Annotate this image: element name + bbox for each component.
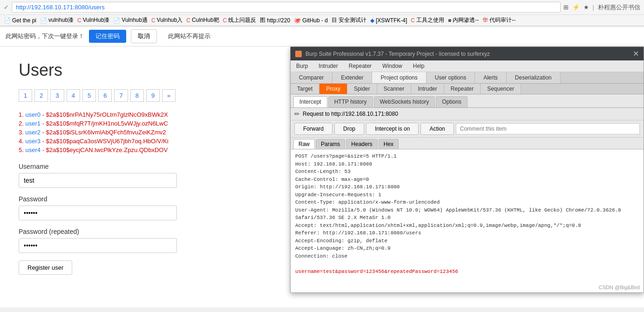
username-input[interactable] — [19, 173, 177, 188]
user-num: 5. — [19, 146, 25, 153]
browser-toolbar: ⊞ ⚡ ★ | 朴程惠公开书信 — [563, 3, 640, 12]
comment-input[interactable] — [456, 123, 640, 134]
tab-alerts[interactable]: Alerts — [475, 72, 507, 83]
bookmark-item[interactable]: 📄 Vulnhub通 — [113, 16, 148, 24]
tab-hex[interactable]: Hex — [379, 139, 399, 149]
page-btn-9[interactable]: 9 — [146, 89, 160, 102]
user-link[interactable]: user3 — [25, 138, 41, 145]
tab-websockets-history[interactable]: WebSockets history — [374, 96, 435, 107]
menu-window[interactable]: Window — [380, 62, 404, 70]
tab-deserialization[interactable]: Deserialization — [507, 72, 561, 83]
separator: | — [593, 4, 594, 11]
burp-close-button[interactable]: ✕ — [633, 49, 639, 58]
bookmark-icon: C — [186, 17, 190, 24]
tab-sequencer[interactable]: Sequencer — [481, 84, 521, 94]
tab-raw[interactable]: Raw — [293, 139, 315, 149]
tab-proxy[interactable]: Proxy — [319, 84, 347, 94]
page-btn-1[interactable]: 1 — [19, 89, 32, 102]
bookmark-item[interactable]: ◆ [XSWTFK-4] — [370, 17, 407, 24]
tab-intercept[interactable]: Intercept — [293, 96, 327, 107]
main-area: Users 1 2 3 4 5 6 7 8 9 » 1. user0 - $2a… — [0, 46, 644, 307]
tab-extender[interactable]: Extender — [332, 72, 372, 83]
burp-sub-tabs: Target Proxy Spider Scanner Intruder Rep… — [291, 84, 644, 94]
bookmark-item[interactable]: C Vulnhub入 — [151, 16, 183, 24]
bookmark-item[interactable]: C CulnHub靶 — [186, 16, 219, 24]
bookmark-item[interactable]: 目 安全测试计 — [332, 16, 366, 24]
tab-spider[interactable]: Spider — [347, 84, 377, 94]
tab-repeater[interactable]: Repeater — [444, 84, 481, 94]
burp-title-text: Burp Suite Professional v1.7.37 - Tempor… — [305, 51, 490, 57]
intercept-toggle-button[interactable]: Intercept is on — [366, 123, 419, 135]
user-link[interactable]: user0 — [25, 111, 41, 118]
bookmark-icon: 📄 — [113, 17, 120, 24]
menu-burp[interactable]: Burp — [294, 62, 310, 70]
page-btn-next[interactable]: » — [162, 89, 176, 102]
request-body[interactable]: POST /users?page=&size=5 HTTP/1.1 Host: … — [291, 149, 644, 292]
tab-comparer[interactable]: Comparer — [291, 72, 332, 83]
bookmark-item[interactable]: 📄 vulnhub漆 — [40, 16, 74, 24]
user-link[interactable]: user4 — [25, 146, 41, 153]
page-btn-8[interactable]: 8 — [130, 89, 144, 102]
drop-button[interactable]: Drop — [334, 123, 364, 135]
tab-http-history[interactable]: HTTP history — [328, 96, 373, 107]
tab-headers[interactable]: Headers — [346, 139, 377, 149]
bookmark-icon: ◆ — [370, 17, 374, 24]
bookmark-item[interactable]: ■ 内网渗透-- — [448, 16, 479, 24]
forward-button[interactable]: Forward — [294, 123, 332, 135]
password-save-bar: 此网站密码，下次一键登录！ 记住密码 取消 此网站不再提示 — [0, 27, 644, 46]
never-save-password-button[interactable]: 此网站不再提示 — [162, 30, 217, 43]
password-input[interactable] — [19, 206, 177, 220]
menu-repeater[interactable]: Repeater — [347, 62, 373, 70]
menu-intruder[interactable]: Intruder — [317, 62, 339, 70]
page-btn-3[interactable]: 3 — [50, 89, 64, 102]
user-hash: $2a$10$iSLsrK6lvmlAbQFch5fnvuZeiKZmv2 — [46, 129, 166, 136]
password-repeat-input[interactable] — [19, 238, 177, 253]
page-btn-7[interactable]: 7 — [114, 89, 128, 102]
star-icon[interactable]: ★ — [583, 4, 589, 11]
user-hash: $2a$10$paqCa3osWSVjU67jbh7oq.HbO/V/Ki — [46, 138, 169, 145]
page-btn-2[interactable]: 2 — [34, 89, 48, 102]
cancel-password-button[interactable]: 取消 — [131, 29, 157, 43]
page-btn-6[interactable]: 6 — [98, 89, 112, 102]
bookmark-item[interactable]: 🐙 GitHub - d — [294, 17, 328, 24]
tab-target[interactable]: Target — [291, 84, 319, 94]
user-label: 朴程惠公开书信 — [598, 3, 640, 12]
bookmark-icon: C — [223, 17, 227, 24]
user-separator: - — [42, 138, 46, 145]
tab-intruder[interactable]: Intruder — [411, 84, 444, 94]
bookmark-icon: C — [151, 17, 156, 24]
save-password-button[interactable]: 记住密码 — [89, 30, 126, 43]
tab-params[interactable]: Params — [316, 139, 345, 149]
action-button[interactable]: Action — [420, 123, 454, 135]
request-body-highlight: username=test&password=123456&repeatedPa… — [295, 269, 458, 274]
menu-help[interactable]: Help — [411, 62, 427, 70]
pwd-save-message: 此网站密码，下次一键登录！ — [6, 32, 84, 40]
grid-icon[interactable]: ⊞ — [563, 4, 569, 11]
bookmark-item[interactable]: 图 http://220 — [260, 16, 290, 24]
bookmark-item[interactable]: 📄 Get the pi — [4, 17, 36, 24]
burp-window: Burp Suite Professional v1.7.37 - Tempor… — [290, 46, 644, 293]
url-text: http://192.168.10.171:8080/users — [16, 4, 105, 11]
request-info-text: Request to http://192.168.10.171:8080 — [303, 111, 398, 117]
url-bar[interactable]: http://192.168.10.171:8080/users — [12, 2, 561, 13]
tab-options[interactable]: Options — [436, 96, 467, 107]
bookmark-item[interactable]: 华 代码审计-- — [482, 16, 515, 24]
address-bar: ✓ http://192.168.10.171:8080/users ⊞ ⚡ ★… — [0, 0, 644, 15]
user-num: 4. — [19, 138, 25, 145]
bookmark-item[interactable]: C VulnHub漆 — [77, 16, 109, 24]
bookmark-icon: C — [411, 17, 415, 24]
csdn-watermark: CSDN @Big&Bird — [599, 285, 640, 290]
bookmark-item[interactable]: C 工具之使用 — [411, 16, 444, 24]
page-btn-4[interactable]: 4 — [67, 89, 80, 102]
tab-project-options[interactable]: Project options — [372, 72, 426, 83]
register-button[interactable]: Register user — [19, 260, 72, 275]
user-link[interactable]: user1 — [25, 120, 41, 127]
bookmark-icon: 图 — [260, 16, 265, 24]
tab-scanner[interactable]: Scanner — [377, 84, 412, 94]
bookmark-item[interactable]: C 线上问题反 — [223, 16, 257, 24]
page-btn-5[interactable]: 5 — [82, 89, 96, 102]
user-hash: $2a$10$mfqR7T/jmKH1noL5vWJjy.ozN6LwC — [46, 120, 168, 127]
user-link[interactable]: user2 — [25, 129, 41, 136]
lightning-icon[interactable]: ⚡ — [572, 4, 580, 11]
tab-user-options[interactable]: User options — [427, 72, 475, 83]
